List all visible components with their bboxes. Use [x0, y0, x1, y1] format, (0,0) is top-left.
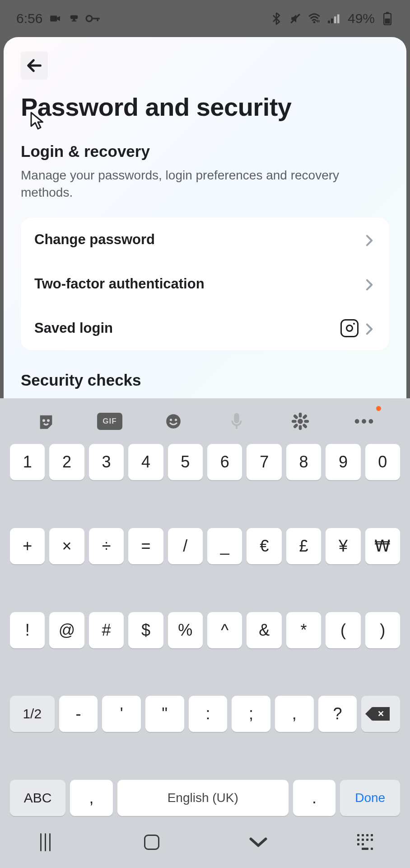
nav-home[interactable] — [139, 830, 164, 855]
voice-icon[interactable] — [224, 409, 249, 434]
login-card: Change password Two-factor authenticatio… — [21, 217, 389, 350]
key-¥[interactable]: ¥ — [326, 528, 360, 564]
key-8[interactable]: 8 — [286, 444, 321, 480]
key-1[interactable]: 1 — [10, 444, 45, 480]
svg-line-28 — [295, 416, 296, 417]
key-page-1-2[interactable]: 1/2 — [10, 696, 55, 732]
key-,[interactable]: , — [275, 696, 314, 732]
emoji-icon[interactable] — [161, 409, 186, 434]
key-period[interactable]: . — [293, 780, 336, 816]
key-£[interactable]: £ — [286, 528, 321, 564]
svg-rect-1 — [70, 15, 78, 19]
svg-rect-11 — [334, 16, 336, 23]
sticker-icon[interactable] — [33, 409, 59, 434]
key-'[interactable]: ' — [102, 696, 141, 732]
key-![interactable]: ! — [10, 612, 45, 648]
nav-back[interactable] — [246, 830, 271, 855]
svg-rect-2 — [73, 19, 76, 21]
svg-point-19 — [170, 419, 172, 421]
status-battery-pct: 49% — [348, 11, 375, 26]
svg-rect-15 — [385, 19, 390, 24]
key-comma[interactable]: , — [70, 780, 113, 816]
key-=[interactable]: = — [128, 528, 163, 564]
svg-point-34 — [368, 419, 373, 424]
nav-recent[interactable] — [33, 830, 58, 855]
key-÷[interactable]: ÷ — [89, 528, 124, 564]
key-+[interactable]: + — [10, 528, 45, 564]
bluetooth-icon — [270, 12, 283, 25]
svg-rect-3 — [72, 21, 77, 22]
conference-icon — [68, 12, 80, 25]
key-6[interactable]: 6 — [207, 444, 242, 480]
key-2[interactable]: 2 — [49, 444, 84, 480]
nav-keyboard-switch[interactable] — [352, 830, 377, 855]
svg-point-18 — [166, 414, 181, 429]
key-0[interactable]: 0 — [365, 444, 400, 480]
row-change-password[interactable]: Change password — [34, 217, 376, 262]
chevron-right-icon — [366, 235, 376, 245]
key--[interactable]: - — [59, 696, 98, 732]
gif-icon[interactable]: GIF — [97, 409, 122, 434]
key-&[interactable]: & — [247, 612, 281, 648]
row-label: Change password — [34, 231, 155, 248]
key-₩[interactable]: ₩ — [365, 528, 400, 564]
key-"[interactable]: " — [145, 696, 184, 732]
row-label: Saved login — [34, 320, 113, 336]
wifi-icon — [308, 12, 321, 25]
signal-icon — [327, 12, 341, 25]
section-login-title: Login & recovery — [21, 142, 389, 160]
key-_[interactable]: _ — [207, 528, 242, 564]
key-)[interactable]: ) — [365, 612, 400, 648]
key-?[interactable]: ? — [318, 696, 357, 732]
keyboard: GIF 1234567890 +×÷=/_€£¥₩ !@#$%^&*() 1/2… — [0, 398, 410, 868]
key-4[interactable]: 4 — [128, 444, 163, 480]
keyboard-toolbar: GIF — [0, 398, 410, 444]
svg-point-20 — [175, 419, 177, 421]
key-*[interactable]: * — [286, 612, 321, 648]
key-backspace[interactable]: ✕ — [361, 696, 400, 732]
svg-rect-10 — [331, 19, 333, 23]
svg-point-33 — [362, 419, 366, 424]
more-icon[interactable] — [351, 409, 377, 434]
section-security-title: Security checks — [21, 371, 389, 389]
instagram-icon — [340, 319, 359, 337]
svg-point-17 — [47, 419, 50, 422]
key-%[interactable]: % — [168, 612, 203, 648]
key-5[interactable]: 5 — [168, 444, 203, 480]
key-abc[interactable]: ABC — [10, 780, 65, 816]
svg-rect-12 — [337, 14, 340, 24]
mute-icon — [289, 12, 302, 25]
key-$[interactable]: $ — [128, 612, 163, 648]
battery-icon — [381, 12, 394, 25]
key-#[interactable]: # — [89, 612, 124, 648]
key-done[interactable]: Done — [340, 780, 400, 816]
key-/[interactable]: / — [168, 528, 203, 564]
key-space[interactable]: English (UK) — [117, 780, 289, 816]
settings-icon[interactable] — [288, 409, 313, 434]
key-3[interactable]: 3 — [89, 444, 124, 480]
section-login-desc: Manage your passwords, login preferences… — [21, 167, 389, 201]
key-@[interactable]: @ — [49, 612, 84, 648]
back-button[interactable] — [21, 52, 48, 80]
row-saved-login[interactable]: Saved login — [34, 306, 376, 350]
key-:[interactable]: : — [189, 696, 228, 732]
nav-bar — [0, 816, 410, 868]
page-title: Password and security — [21, 92, 389, 122]
svg-point-4 — [87, 16, 93, 22]
svg-rect-9 — [328, 21, 330, 24]
svg-rect-6 — [97, 18, 98, 21]
key-^[interactable]: ^ — [207, 612, 242, 648]
svg-point-16 — [42, 419, 45, 422]
status-bar: 6:56 49% — [0, 0, 410, 37]
svg-point-23 — [298, 419, 303, 424]
key-7[interactable]: 7 — [247, 444, 281, 480]
svg-point-32 — [354, 419, 359, 424]
row-two-factor[interactable]: Two-factor authentication — [34, 262, 376, 306]
key-€[interactable]: € — [247, 528, 281, 564]
key-9[interactable]: 9 — [326, 444, 360, 480]
key-;[interactable]: ; — [232, 696, 270, 732]
svg-point-8 — [313, 21, 316, 24]
key-×[interactable]: × — [49, 528, 84, 564]
key-([interactable]: ( — [326, 612, 360, 648]
camera-icon — [49, 12, 61, 25]
